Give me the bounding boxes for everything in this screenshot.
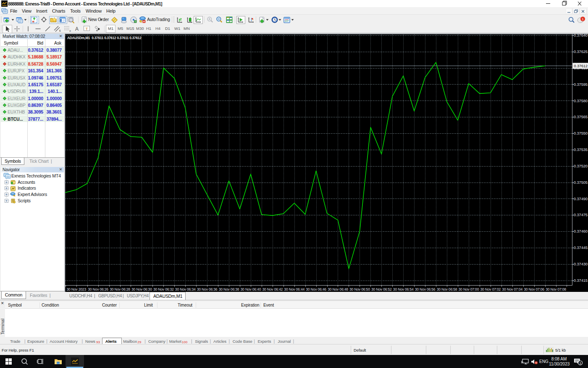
svg-text:0.37445: 0.37445 <box>574 246 588 250</box>
svg-text:30 Nov 07:06: 30 Nov 07:06 <box>524 287 544 291</box>
svg-text:30 Nov 06:42: 30 Nov 06:42 <box>262 287 283 291</box>
svg-text:0.37535: 0.37535 <box>574 148 588 152</box>
svg-text:30 Nov 06:50: 30 Nov 06:50 <box>349 287 370 291</box>
svg-text:ADAUSDm,M1 0.37611 0.37612 0.: ADAUSDm,M1 0.37611 0.37612 0.37611 0.376… <box>67 36 142 40</box>
svg-text:0.37415: 0.37415 <box>574 278 588 283</box>
svg-text:30 Nov 06:48: 30 Nov 06:48 <box>328 287 348 291</box>
svg-text:30 Nov 07:02: 30 Nov 07:02 <box>480 287 501 291</box>
svg-text:30 Nov 06:32: 30 Nov 06:32 <box>153 287 174 291</box>
svg-text:0.37475: 0.37475 <box>574 213 588 217</box>
svg-text:0.37460: 0.37460 <box>574 229 588 233</box>
svg-text:30 Nov 07:04: 30 Nov 07:04 <box>502 287 522 291</box>
svg-text:F: F <box>70 30 71 32</box>
svg-text:30 Nov 06:30: 30 Nov 06:30 <box>131 287 152 291</box>
svg-text:0.37550: 0.37550 <box>574 131 588 135</box>
svg-text:0.37490: 0.37490 <box>574 197 588 201</box>
svg-text:30 Nov 06:52: 30 Nov 06:52 <box>371 287 392 291</box>
svg-text:0.37505: 0.37505 <box>574 180 588 185</box>
svg-text:0.37640: 0.37640 <box>574 34 588 37</box>
svg-text:0.37595: 0.37595 <box>574 82 588 87</box>
svg-text:30 Nov 06:58: 30 Nov 06:58 <box>437 287 457 291</box>
svg-text:30 Nov 06:56: 30 Nov 06:56 <box>415 287 436 291</box>
svg-text:E: E <box>59 29 61 32</box>
svg-text:1: 1 <box>582 17 584 21</box>
svg-text:30 Nov 06:28: 30 Nov 06:28 <box>110 287 130 291</box>
svg-text:30 Nov 06:26: 30 Nov 06:26 <box>88 287 108 291</box>
svg-text:0.37580: 0.37580 <box>574 99 588 103</box>
svg-text:0.37612: 0.37612 <box>574 64 588 68</box>
svg-text:30 Nov 07:00: 30 Nov 07:00 <box>459 287 479 291</box>
svg-text:30 Nov 07:08: 30 Nov 07:08 <box>546 287 566 291</box>
svg-text:30 Nov 06:40: 30 Nov 06:40 <box>241 287 261 291</box>
svg-text:1: 1 <box>579 361 581 365</box>
svg-text:0.37520: 0.37520 <box>574 164 588 168</box>
svg-text:0.37625: 0.37625 <box>574 50 588 54</box>
svg-text:30 Nov 06:38: 30 Nov 06:38 <box>219 287 239 291</box>
svg-text:30 Nov 06:54: 30 Nov 06:54 <box>393 287 414 291</box>
svg-text:0.37430: 0.37430 <box>574 262 588 266</box>
svg-text:T: T <box>86 26 88 31</box>
svg-text:A: A <box>75 26 79 32</box>
svg-text:30 Nov 06:44: 30 Nov 06:44 <box>284 287 304 291</box>
svg-text:30 Nov 2023: 30 Nov 2023 <box>66 287 86 291</box>
svg-text:0.37565: 0.37565 <box>574 115 588 119</box>
svg-text:30 Nov 06:34: 30 Nov 06:34 <box>175 287 196 291</box>
svg-text:30 Nov 06:36: 30 Nov 06:36 <box>197 287 218 291</box>
svg-text:30 Nov 06:46: 30 Nov 06:46 <box>306 287 326 291</box>
